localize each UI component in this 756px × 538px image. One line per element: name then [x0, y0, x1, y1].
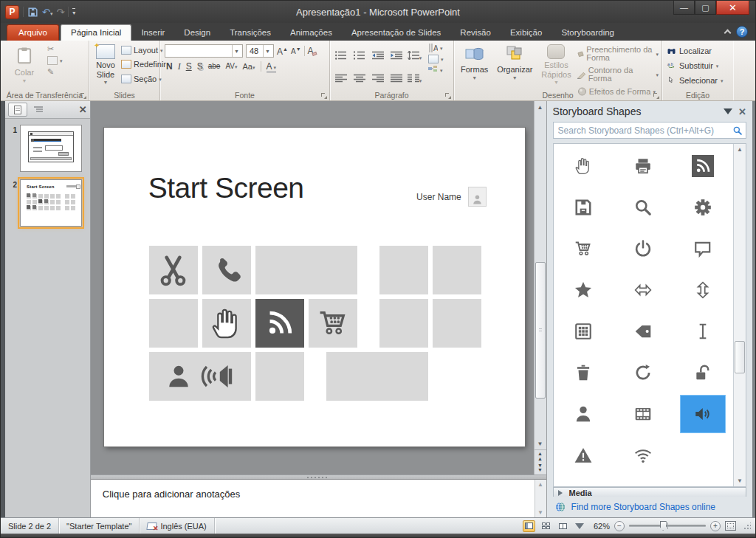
align-center-button[interactable]	[354, 72, 365, 86]
font-color-button[interactable]: A▾	[267, 62, 277, 71]
shape-fill-button[interactable]: Preenchimento da Forma▾	[577, 46, 659, 62]
font-family-select[interactable]: ▼	[165, 44, 243, 58]
tab-design[interactable]: Design	[174, 25, 220, 41]
zoom-in-button[interactable]: +	[710, 521, 721, 531]
copy-button[interactable]: ▾	[47, 56, 63, 65]
tile-empty[interactable]	[326, 352, 428, 401]
tile-empty[interactable]	[255, 352, 304, 401]
tile-hand[interactable]	[202, 299, 251, 348]
layout-button[interactable]: Layout▾	[121, 45, 166, 55]
shape-person[interactable]	[554, 393, 614, 435]
minimize-ribbon-icon[interactable]	[724, 30, 732, 37]
zoom-out-button[interactable]: −	[614, 521, 625, 531]
normal-view-button[interactable]	[523, 520, 535, 532]
tile-scissors[interactable]	[149, 246, 198, 294]
shape-speech-bubble[interactable]	[673, 228, 733, 269]
zoom-slider-thumb[interactable]	[660, 521, 667, 531]
shape-refresh[interactable]	[614, 352, 673, 393]
text-shadow-button[interactable]: S	[197, 62, 203, 71]
align-text-button[interactable]: ▾	[428, 55, 444, 63]
powerpoint-app-icon[interactable]: P	[5, 5, 19, 19]
shape-power[interactable]	[614, 228, 673, 269]
shape-save[interactable]	[554, 187, 614, 228]
tab-pagina-inicial[interactable]: Página Inicial	[61, 24, 131, 41]
tile-phone[interactable]	[202, 246, 251, 294]
tab-outline-view[interactable]	[29, 103, 48, 117]
decrease-indent-button[interactable]	[372, 49, 384, 63]
reading-view-button[interactable]	[557, 520, 569, 532]
find-button[interactable]: Localizar	[667, 44, 730, 58]
shape-warning[interactable]	[554, 435, 614, 476]
find-more-shapes-link[interactable]: Find more Storyboard Shapes online	[547, 497, 752, 517]
change-case-button[interactable]: Aa▾	[243, 63, 255, 71]
tab-inserir[interactable]: Inserir	[131, 25, 174, 41]
shape-outline-button[interactable]: Contorno da Forma▾	[577, 66, 659, 83]
vertical-scrollbar[interactable]: ▲ ▼ ▲▲▼▼	[534, 101, 546, 475]
shapes-button[interactable]: Formas▼	[457, 43, 492, 90]
slide-sorter-view-button[interactable]	[540, 520, 552, 532]
character-spacing-button[interactable]: AV▾	[225, 63, 237, 70]
slide-title[interactable]: Start Screen	[148, 172, 304, 204]
shape-gear[interactable]	[673, 187, 733, 228]
media-section-header[interactable]: Media	[553, 487, 746, 497]
user-name-label[interactable]: User Name	[416, 192, 461, 202]
tab-storyboarding[interactable]: Storyboarding	[551, 25, 624, 41]
undo-icon[interactable]: ↶▾	[42, 7, 52, 17]
line-spacing-button[interactable]: ▾	[408, 49, 422, 63]
shape-trash[interactable]	[554, 352, 614, 393]
text-direction-button[interactable]: A▾	[428, 44, 444, 52]
tile-rss[interactable]	[255, 299, 304, 348]
arrange-button[interactable]: Organizar▼	[494, 43, 535, 90]
justify-button[interactable]	[391, 72, 402, 86]
underline-button[interactable]: S	[186, 62, 192, 71]
paste-button[interactable]: Colar▼	[4, 43, 45, 90]
tile-person-megaphone[interactable]	[149, 352, 251, 401]
replace-button[interactable]: abSubstituir▾	[667, 59, 730, 72]
clipboard-dialog-launcher[interactable]	[80, 92, 87, 100]
grow-font-button[interactable]: A▲	[277, 46, 288, 56]
shape-tag[interactable]	[614, 311, 673, 352]
shape-cart[interactable]	[554, 228, 614, 269]
shape-rss[interactable]	[673, 145, 733, 187]
previous-next-slide-buttons[interactable]: ▲▲▼▼	[535, 449, 546, 475]
maximize-button[interactable]: ▢	[695, 1, 716, 15]
redo-icon[interactable]: ↷	[56, 7, 64, 17]
tab-slides-view[interactable]	[8, 103, 27, 117]
zoom-level[interactable]: 62%	[594, 522, 610, 531]
clear-formatting-button[interactable]: A	[308, 46, 314, 55]
tile-empty[interactable]	[379, 246, 428, 294]
shapes-search-box[interactable]	[553, 122, 746, 139]
shrink-font-button[interactable]: A▼	[291, 46, 301, 55]
align-left-button[interactable]	[335, 72, 347, 86]
select-button[interactable]: Selecionar▾	[667, 74, 730, 87]
new-slide-button[interactable]: ✦ Novo Slide▼	[92, 43, 119, 90]
slide-canvas[interactable]: Start Screen User Name	[104, 128, 525, 446]
tab-transicoes[interactable]: Transições	[220, 25, 281, 41]
scrollbar-track[interactable]	[535, 113, 546, 438]
tile-empty[interactable]	[255, 246, 357, 294]
increase-indent-button[interactable]	[391, 49, 402, 63]
notes-scrollbar[interactable]: ▲▼	[535, 480, 546, 517]
font-size-select[interactable]: 48▼	[246, 44, 274, 58]
paragraph-dialog-launcher[interactable]	[444, 92, 452, 100]
tile-empty[interactable]	[379, 299, 428, 348]
notes-placeholder[interactable]: Clique para adicionar anotações	[91, 480, 546, 500]
quick-styles-button[interactable]: Estilos Rápidos▼	[537, 43, 574, 90]
shape-printer[interactable]	[614, 145, 673, 187]
fit-slide-to-window-button[interactable]	[725, 521, 736, 531]
shapes-scrollbar[interactable]: ▲ ▼	[733, 144, 746, 486]
reset-button[interactable]: Redefinir	[121, 59, 166, 69]
shape-pointer-hand[interactable]	[554, 145, 614, 187]
columns-button[interactable]: ▾	[408, 72, 422, 86]
section-button[interactable]: Seção▾	[121, 74, 166, 84]
panel-close-icon[interactable]: ✕	[738, 106, 746, 117]
shape-wifi[interactable]	[614, 435, 673, 476]
cut-button[interactable]: ✂	[47, 45, 63, 53]
notes-pane[interactable]: Clique para adicionar anotações ▲▼	[91, 479, 546, 517]
align-right-button[interactable]	[372, 72, 384, 86]
scrollbar-thumb[interactable]	[535, 262, 546, 399]
shape-speaker[interactable]	[673, 393, 733, 435]
tab-apresentacao-de-slides[interactable]: Apresentação de Slides	[342, 25, 450, 41]
tile-cart[interactable]	[309, 299, 357, 348]
convert-to-smartart-button[interactable]: ▾	[428, 66, 444, 75]
